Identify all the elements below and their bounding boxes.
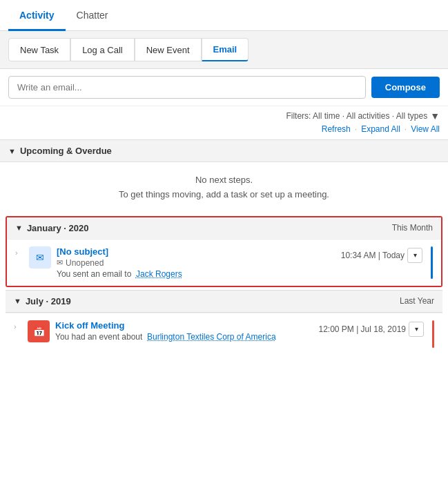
top-tabs-container: Activity Chatter xyxy=(0,0,448,31)
january-section: ▼ January · 2020 This Month › ✉ [No subj… xyxy=(6,216,442,287)
july-item-body-prefix: You had an event about xyxy=(55,332,142,342)
item-left-bar xyxy=(431,246,433,279)
item-body-prefix: You sent an email to xyxy=(57,269,131,279)
january-chevron-icon: ▼ xyxy=(15,224,23,232)
july-item-right: 12:00 PM | Jul 18, 2019 ▾ xyxy=(318,320,424,337)
action-bar: New Task Log a Call New Event Email xyxy=(0,31,448,69)
view-all-button[interactable]: View All xyxy=(411,124,440,134)
filters-row: Filters: All time · All activities · All… xyxy=(0,106,448,123)
july-item-dropdown-button[interactable]: ▾ xyxy=(409,322,424,337)
links-row: Refresh · Expand All · View All xyxy=(0,123,448,139)
july-item-body: You had an event about Burlington Textil… xyxy=(55,332,313,342)
compose-row: Compose xyxy=(0,69,448,106)
filters-text: Filters: All time · All activities · All… xyxy=(286,111,427,121)
january-tag: This Month xyxy=(392,223,433,233)
july-item-left-bar xyxy=(432,320,434,348)
july-item-expand-icon[interactable]: › xyxy=(14,320,22,331)
empty-line2: To get things moving, add a task or set … xyxy=(8,188,440,202)
july-item-time: 12:00 PM | Jul 18, 2019 xyxy=(318,324,406,334)
upcoming-empty-state: No next steps. To get things moving, add… xyxy=(0,162,448,213)
calendar-icon: 📅 xyxy=(33,326,45,337)
july-title: July · 2019 xyxy=(26,296,400,306)
empty-line1: No next steps. xyxy=(8,173,440,188)
upcoming-chevron-icon: ▼ xyxy=(8,147,16,155)
july-chevron-icon: ▼ xyxy=(14,297,21,305)
log-call-button[interactable]: Log a Call xyxy=(70,38,135,61)
expand-all-button[interactable]: Expand All xyxy=(361,124,400,134)
compose-button[interactable]: Compose xyxy=(371,77,440,98)
item-status-icon: ✉ xyxy=(57,258,63,267)
new-event-button[interactable]: New Event xyxy=(135,38,202,61)
item-meta: ✉ Unopened xyxy=(57,258,335,268)
email-button[interactable]: Email xyxy=(202,38,249,61)
item-subject-link[interactable]: [No subject] xyxy=(57,246,108,257)
july-section: ▼ July · 2019 Last Year › 📅 Kick off Mee… xyxy=(6,290,442,355)
item-right: 10:34 AM | Today ▾ xyxy=(341,246,422,263)
tab-chatter[interactable]: Chatter xyxy=(66,0,119,31)
july-section-header[interactable]: ▼ July · 2019 Last Year xyxy=(6,290,442,313)
email-icon-wrapper: ✉ xyxy=(29,246,51,269)
new-task-button[interactable]: New Task xyxy=(8,38,70,61)
july-item-0: › 📅 Kick off Meeting You had an event ab… xyxy=(6,313,442,355)
july-item-company-link[interactable]: Burlington Textiles Corp of America xyxy=(147,332,276,342)
email-icon: ✉ xyxy=(36,252,44,263)
january-item-0: › ✉ [No subject] ✉ Unopened You sent an … xyxy=(7,239,441,286)
july-item-content: Kick off Meeting You had an event about … xyxy=(55,320,313,342)
item-person-link[interactable]: Jack Rogers xyxy=(136,269,182,279)
item-dropdown-button[interactable]: ▾ xyxy=(407,248,422,263)
july-item-subject-link[interactable]: Kick off Meeting xyxy=(55,320,124,331)
separator-2: · xyxy=(405,124,407,134)
tab-activity[interactable]: Activity xyxy=(8,0,66,31)
refresh-button[interactable]: Refresh xyxy=(322,124,351,134)
write-email-input[interactable] xyxy=(8,76,366,99)
item-expand-icon[interactable]: › xyxy=(15,246,23,257)
upcoming-section-header[interactable]: ▼ Upcoming & Overdue xyxy=(0,139,448,162)
item-time: 10:34 AM | Today xyxy=(341,251,405,260)
filter-icon[interactable]: ▼ xyxy=(430,110,440,121)
item-status: Unopened xyxy=(66,258,104,268)
july-tag: Last Year xyxy=(400,296,434,306)
january-section-header[interactable]: ▼ January · 2020 This Month xyxy=(7,217,441,239)
item-body: You sent an email to Jack Rogers xyxy=(57,269,335,279)
calendar-icon-wrapper: 📅 xyxy=(28,320,50,342)
january-title: January · 2020 xyxy=(27,223,392,233)
separator-1: · xyxy=(355,124,357,134)
upcoming-title: Upcoming & Overdue xyxy=(20,146,440,156)
item-content: [No subject] ✉ Unopened You sent an emai… xyxy=(57,246,335,279)
